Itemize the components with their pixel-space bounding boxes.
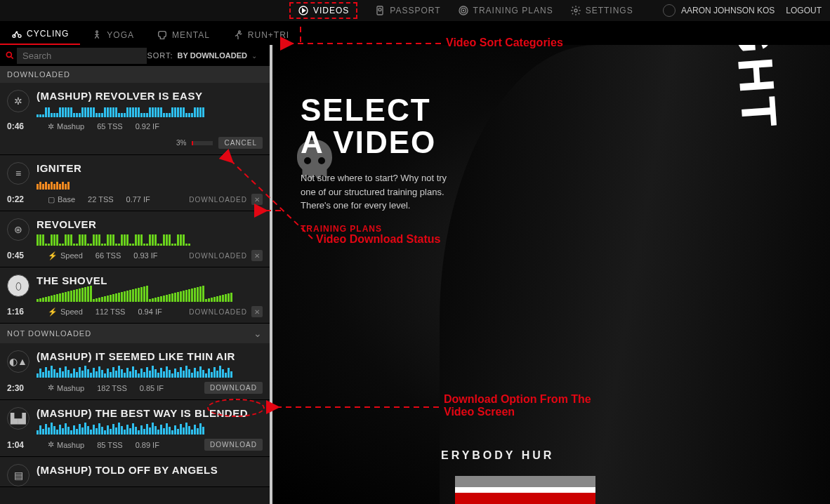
tab-videos[interactable]: VIDEOS <box>289 2 357 19</box>
workout-icon: ▙▟ <box>7 407 29 430</box>
logout-button[interactable]: LOGOUT <box>786 6 822 15</box>
user-area: AARON JOHNSON KOS LOGOUT <box>663 4 822 17</box>
downloaded-badge: DOWNLOADED <box>189 252 247 260</box>
section-downloaded-label: DOWNLOADED <box>7 70 70 79</box>
video-item[interactable]: ≡ IGNITER 0:22 ▢ Base 22 TSS 0.77 IF DOW… <box>0 155 270 211</box>
target-icon <box>458 5 469 16</box>
video-if: 0.85 IF <box>140 384 164 392</box>
hero-heading-line1: SELECT <box>301 94 462 126</box>
video-category: ⚡ Speed <box>48 251 83 260</box>
video-if: 0.77 IF <box>126 195 150 204</box>
sort-value: BY DOWNLOADED <box>178 51 247 60</box>
video-if: 0.92 IF <box>136 122 159 131</box>
cancel-button[interactable]: CANCEL <box>218 137 263 149</box>
sort-label: SORT: <box>147 51 173 60</box>
video-duration: 1:16 <box>7 307 35 317</box>
section-downloaded-header[interactable]: DOWNLOADED <box>0 66 270 83</box>
delete-button[interactable]: ✕ <box>251 194 263 205</box>
run-icon <box>232 29 244 41</box>
video-if: 0.94 IF <box>138 307 162 316</box>
video-duration: 2:30 <box>7 383 35 393</box>
avatar-icon <box>663 4 676 17</box>
sport-yoga-label: YOGA <box>107 30 134 40</box>
tab-settings[interactable]: SETTINGS <box>570 5 633 16</box>
sport-cycling[interactable]: CYCLING <box>0 22 80 45</box>
downloaded-badge: DOWNLOADED <box>189 196 247 204</box>
stripe-decoration <box>455 476 595 504</box>
tab-videos-label: VIDEOS <box>313 6 349 15</box>
video-item[interactable]: ▙▟ (MASHUP) THE BEST WAY IS BLENDED 1:04… <box>0 400 270 457</box>
video-title: THE SHOVEL <box>37 274 263 286</box>
sport-yoga[interactable]: YOGA <box>80 24 145 45</box>
search-input[interactable] <box>17 48 147 64</box>
topbar: VIDEOS PASSPORT TRAINING PLANS SETTINGS … <box>0 0 830 21</box>
hero-text: SELECT A VIDEO Not sure where to start? … <box>301 94 462 234</box>
tab-training-plans[interactable]: TRAINING PLANS <box>458 5 553 16</box>
video-list: ✲ (MASHUP) REVOLVER IS EASY 0:46 ✲ Mashu… <box>0 83 270 504</box>
section-not-downloaded-header[interactable]: NOT DOWNLOADED ⌄ <box>0 324 270 343</box>
intensity-wave <box>37 233 263 246</box>
video-category: ⚡ Speed <box>48 307 83 317</box>
video-duration: 1:04 <box>7 440 35 450</box>
video-duration: 0:45 <box>7 251 35 260</box>
video-tss: 65 TSS <box>97 122 123 131</box>
video-item[interactable]: ⊛ REVOLVER 0:45 ⚡ Speed 66 TSS 0.93 IF D… <box>0 211 270 267</box>
progress-bar <box>192 141 213 145</box>
sport-mental[interactable]: MENTAL <box>145 24 221 45</box>
video-title: IGNITER <box>37 162 263 174</box>
main-area: SORT: BY DOWNLOADED ⌄ DOWNLOADED ✲ (MASH… <box>0 45 830 504</box>
video-tss: 22 TSS <box>88 195 114 204</box>
chevron-down-icon: ⌄ <box>253 328 263 339</box>
video-item[interactable]: ⬯ THE SHOVEL 1:16 ⚡ Speed 112 TSS 0.94 I… <box>0 267 270 324</box>
video-category: ▢ Base <box>48 195 75 204</box>
slogan-text: ERYBODY HUR <box>441 449 554 462</box>
svg-point-6 <box>574 9 577 12</box>
video-title: (MASHUP) REVOLVER IS EASY <box>37 90 263 102</box>
tab-settings-label: SETTINGS <box>586 6 633 15</box>
hero-body: Not sure where to start? Why not try one… <box>301 171 462 213</box>
workout-icon: ≡ <box>7 162 29 185</box>
video-sidebar: SORT: BY DOWNLOADED ⌄ DOWNLOADED ✲ (MASH… <box>0 45 272 504</box>
sport-runtri-label: RUN+TRI <box>248 30 289 40</box>
delete-button[interactable]: ✕ <box>251 306 263 317</box>
content-panel: KNIGHT ERYBODY HUR SELECT A VIDEO Not su… <box>272 45 830 504</box>
user-button[interactable]: AARON JOHNSON KOS <box>663 4 775 17</box>
sport-runtri[interactable]: RUN+TRI <box>221 24 301 45</box>
video-tss: 182 TSS <box>97 384 127 392</box>
video-tss: 85 TSS <box>97 441 123 449</box>
section-not-downloaded-label: NOT DOWNLOADED <box>7 329 91 338</box>
delete-button[interactable]: ✕ <box>251 250 263 261</box>
download-button[interactable]: DOWNLOAD <box>204 439 263 451</box>
video-category: ✲ Mashup <box>48 122 84 131</box>
search-row: SORT: BY DOWNLOADED ⌄ <box>0 45 270 66</box>
intensity-wave <box>37 422 263 435</box>
download-progress-row: 3% CANCEL <box>7 137 263 149</box>
workout-icon: ⬯ <box>7 274 29 297</box>
video-item[interactable]: ▤ (MASHUP) TOLD OFF BY ANGELS <box>0 457 270 487</box>
username-label: AARON JOHNSON KOS <box>681 6 775 15</box>
workout-icon: ◐▲ <box>7 350 29 373</box>
workout-icon: ✲ <box>7 90 29 112</box>
training-plans-link[interactable]: TRAINING PLANS <box>301 224 462 234</box>
progress-percent: 3% <box>176 139 186 147</box>
svg-point-5 <box>463 10 463 11</box>
download-button[interactable]: DOWNLOAD <box>204 382 263 394</box>
sport-cycling-label: CYCLING <box>27 29 69 39</box>
video-if: 0.89 IF <box>136 441 159 449</box>
bike-icon <box>11 28 22 39</box>
intensity-wave <box>37 365 263 378</box>
svg-point-11 <box>6 52 11 57</box>
search-icon <box>3 48 17 62</box>
video-item[interactable]: ✲ (MASHUP) REVOLVER IS EASY 0:46 ✲ Mashu… <box>0 83 270 155</box>
video-title: REVOLVER <box>37 218 263 230</box>
video-category: ✲ Mashup <box>48 383 84 392</box>
video-category: ✲ Mashup <box>48 440 84 449</box>
video-tss: 66 TSS <box>95 251 121 260</box>
video-item[interactable]: ◐▲ (MASHUP) IT SEEMED LIKE THIN AIR 2:30… <box>0 343 270 400</box>
tab-passport[interactable]: PASSPORT <box>374 5 440 16</box>
gear-icon <box>570 5 581 16</box>
video-tss: 112 TSS <box>95 307 126 316</box>
video-title: (MASHUP) IT SEEMED LIKE THIN AIR <box>37 350 263 362</box>
sort-control[interactable]: SORT: BY DOWNLOADED ⌄ <box>147 51 270 60</box>
downloaded-badge: DOWNLOADED <box>189 308 247 316</box>
